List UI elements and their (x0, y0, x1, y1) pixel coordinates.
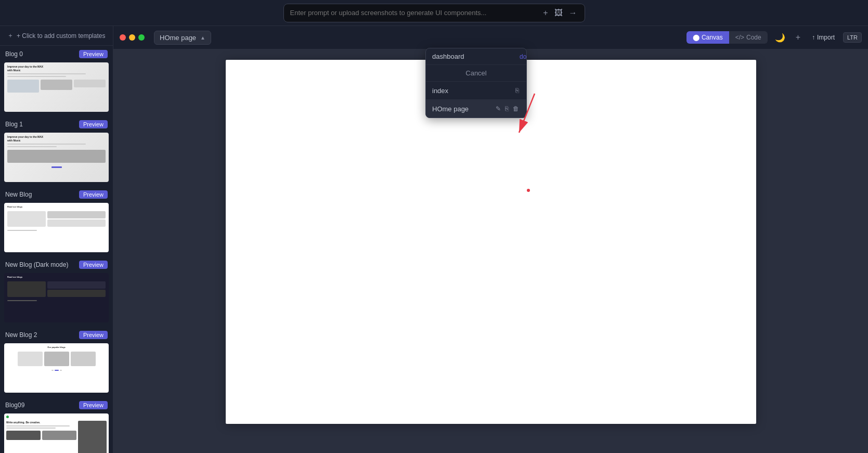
preview-btn-new-blog-dark[interactable]: Preview (79, 261, 108, 269)
template-group-blog1: Blog 1 Preview Improve your day to the M… (0, 116, 113, 186)
import-icon: ↑ (812, 34, 815, 41)
canvas-toolbar: HOme page ▲ done Cancel index ⎘ (113, 26, 868, 49)
template-header-new-blog-dark: New Blog (Dark mode) Preview (0, 256, 113, 271)
canvas-mode-label: Canvas (702, 34, 723, 41)
template-header-new-blog2: New Blog 2 Preview (0, 327, 113, 341)
dropdown-cancel-row: Cancel (426, 65, 526, 82)
left-sidebar: ＋ + Click to add custom templates Blog 0… (0, 26, 113, 453)
template-label-new-blog-dark: New Blog (Dark mode) (5, 261, 68, 268)
code-icon: </> (735, 34, 744, 41)
preview-btn-new-blog[interactable]: Preview (79, 190, 108, 199)
template-thumbnail-new-blog-dark[interactable]: Read our blogs (4, 273, 109, 322)
moon-icon-btn[interactable]: 🌙 (772, 31, 788, 45)
traffic-light-yellow (129, 34, 135, 41)
red-dot-annotation (527, 189, 530, 192)
code-mode-btn[interactable]: </> Code (729, 31, 768, 44)
traffic-light-green (138, 34, 145, 41)
preview-btn-new-blog2[interactable]: Preview (79, 331, 108, 339)
prompt-actions: + 🖼 → (542, 7, 578, 19)
top-bar: + 🖼 → (0, 0, 868, 26)
copy-icon-home[interactable]: ⎘ (504, 104, 510, 113)
page-dropdown: done Cancel index ⎘ HOme page ✎ ⎘ � (425, 48, 527, 118)
dropdown-page-label-index: index (432, 87, 448, 95)
page-selector-label: HOme page (160, 34, 196, 42)
dropdown-page-label-home: HOme page (432, 105, 469, 113)
template-group-blog09: Blog09 Preview Write anything. Be creati… (0, 397, 113, 453)
plus-icon: ＋ (7, 31, 14, 40)
traffic-lights (120, 34, 145, 41)
edit-icon-home[interactable]: ✎ (495, 104, 502, 113)
copy-icon-index[interactable]: ⎘ (514, 86, 520, 95)
template-label-new-blog: New Blog (5, 191, 32, 198)
preview-btn-blog0[interactable]: Preview (79, 50, 108, 58)
template-group-new-blog-dark: New Blog (Dark mode) Preview Read our bl… (0, 256, 113, 327)
template-thumbnail-new-blog[interactable]: Read our blogs (4, 203, 109, 252)
template-label-blog1: Blog 1 (5, 121, 23, 128)
code-mode-label: Code (746, 34, 761, 41)
ltr-badge[interactable]: LTR (843, 32, 862, 43)
page-item-actions-home: ✎ ⎘ 🗑 (495, 104, 520, 113)
template-group-new-blog: New Blog Preview Read our blogs (0, 186, 113, 256)
dropdown-page-item-home[interactable]: HOme page ✎ ⎘ 🗑 (426, 100, 526, 118)
dropdown-cancel-btn[interactable]: Cancel (465, 69, 486, 77)
template-group-new-blog2: New Blog 2 Preview Our popular blogs (0, 327, 113, 397)
template-header-blog1: Blog 1 Preview (0, 116, 113, 131)
canvas-mode-btn[interactable]: ⬤ Canvas (686, 31, 729, 44)
dropdown-rename-input[interactable] (432, 53, 520, 60)
template-thumbnail-blog1[interactable]: Improve your day to the MAXwith Music (4, 133, 109, 182)
delete-icon-home[interactable]: 🗑 (512, 104, 520, 113)
template-header-blog0: Blog 0 Preview (0, 46, 113, 60)
page-item-actions-index: ⎘ (514, 86, 520, 95)
prompt-image-btn[interactable]: 🖼 (553, 7, 564, 19)
prompt-send-btn[interactable]: → (568, 7, 578, 19)
mode-toggle: ⬤ Canvas </> Code (686, 31, 768, 44)
template-thumbnail-blog09[interactable]: Write anything. Be creative. (4, 413, 109, 453)
preview-btn-blog1[interactable]: Preview (79, 120, 108, 128)
preview-btn-blog09[interactable]: Preview (79, 401, 108, 409)
import-label: Import (817, 34, 835, 41)
canvas-area: HOme page ▲ done Cancel index ⎘ (113, 26, 868, 453)
template-label-blog09: Blog09 (5, 402, 24, 409)
template-thumbnail-blog0[interactable]: Improve your day to the MAXwith Music (4, 62, 109, 112)
main-content: ＋ + Click to add custom templates Blog 0… (0, 26, 868, 453)
chevron-up-icon: ▲ (200, 35, 205, 41)
traffic-light-red (120, 34, 126, 41)
add-templates-label: + Click to add custom templates (17, 32, 105, 40)
template-label-blog0: Blog 0 (5, 50, 23, 58)
page-selector[interactable]: HOme page ▲ (154, 31, 211, 45)
toolbar-right: ⬤ Canvas </> Code 🌙 + ↑ Import LTR (686, 31, 862, 45)
dropdown-rename-row: done (426, 48, 526, 65)
dropdown-page-item-index[interactable]: index ⎘ (426, 82, 526, 100)
template-group-blog0: Blog 0 Preview Improve your day to the M… (0, 46, 113, 116)
prompt-add-btn[interactable]: + (542, 7, 549, 19)
template-thumbnail-new-blog2[interactable]: Our popular blogs (4, 343, 109, 393)
template-header-blog09: Blog09 Preview (0, 397, 113, 411)
template-label-new-blog2: New Blog 2 (5, 331, 37, 339)
add-templates-button[interactable]: ＋ + Click to add custom templates (0, 26, 113, 46)
import-btn[interactable]: ↑ Import (808, 32, 839, 43)
circle-icon: ⬤ (693, 34, 699, 41)
add-page-btn[interactable]: + (793, 31, 804, 44)
dropdown-done-btn[interactable]: done (520, 53, 527, 60)
template-header-new-blog: New Blog Preview (0, 186, 113, 201)
prompt-input-wrapper: + 🖼 → (283, 4, 585, 22)
prompt-input[interactable] (290, 9, 538, 17)
